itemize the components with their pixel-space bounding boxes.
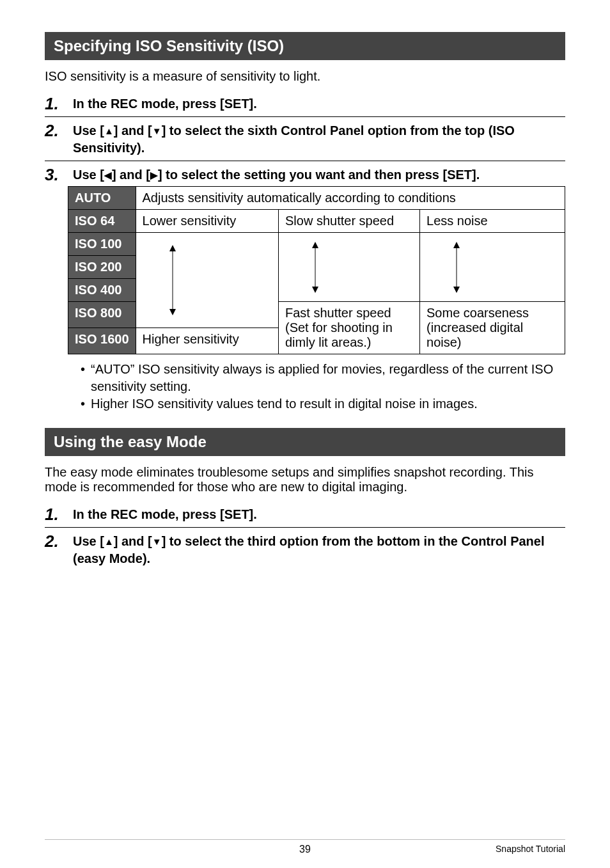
double-arrow-icon (168, 245, 177, 315)
step-mid2: ] to select the setting you want and the… (158, 168, 480, 182)
cell-col2-bot: Fast shutter speed (Set for shooting in … (279, 302, 420, 354)
cell-col1-bot: Higher sensitivity (136, 328, 278, 354)
bullet-item: “AUTO” ISO sensitivity always is applied… (81, 361, 565, 395)
cell-col1-top: Lower sensitivity (136, 210, 278, 233)
step-text: In the REC mode, press [SET]. (73, 506, 257, 523)
step-number: 3. (45, 166, 64, 183)
cell-auto-label: AUTO (68, 187, 136, 210)
cell-iso200: ISO 200 (68, 256, 136, 279)
triangle-down-icon: ▼ (152, 536, 162, 547)
cell-arrow-noise (420, 233, 565, 302)
cell-auto-desc: Adjusts sensitivity automatically accord… (136, 187, 565, 210)
triangle-up-icon: ▲ (104, 536, 114, 547)
double-arrow-icon (311, 242, 320, 293)
cell-iso64: ISO 64 (68, 210, 136, 233)
section-heading-iso: Specifying ISO Sensitivity (ISO) (45, 32, 565, 60)
step-divider (45, 161, 565, 161)
step-1-1: 1. In the REC mode, press [SET]. (45, 95, 565, 113)
step-pre: Use [ (73, 168, 104, 182)
step-pre: Use [ (73, 534, 104, 548)
section1-bullets: “AUTO” ISO sensitivity always is applied… (81, 361, 565, 413)
cell-iso1600: ISO 1600 (68, 328, 136, 354)
cell-arrow-sensitivity (136, 233, 278, 328)
svg-marker-5 (312, 287, 318, 293)
svg-marker-1 (169, 245, 176, 251)
triangle-down-icon: ▼ (152, 125, 162, 136)
bullet-item: Higher ISO sensitivity values tend to re… (81, 395, 565, 413)
svg-marker-2 (169, 309, 176, 315)
step-mid1: ] and [ (112, 168, 150, 182)
step-2-1: 1. In the REC mode, press [SET]. (45, 506, 565, 523)
triangle-right-icon: ▶ (150, 170, 158, 180)
step-text: Use [▲] and [▼] to select the third opti… (73, 533, 565, 567)
triangle-left-icon: ◀ (104, 170, 112, 180)
step-1-3: 3. Use [◀] and [▶] to select the setting… (45, 166, 565, 184)
svg-marker-4 (312, 242, 318, 248)
section2-intro: The easy mode eliminates troublesome set… (45, 465, 565, 494)
step-number: 2. (45, 122, 64, 139)
step-number: 2. (45, 533, 64, 549)
svg-marker-8 (453, 287, 460, 293)
cell-col2-top: Slow shutter speed (279, 210, 420, 233)
cell-col3-bot: Some coarseness (increased digital noise… (420, 302, 565, 354)
step-pre: Use [ (73, 123, 104, 138)
iso-table: AUTO Adjusts sensitivity automatically a… (68, 186, 565, 354)
cell-iso100: ISO 100 (68, 233, 136, 256)
step-text: Use [▲] and [▼] to select the sixth Cont… (73, 122, 565, 157)
step-divider (45, 116, 565, 117)
section-heading-easy: Using the easy Mode (45, 428, 565, 456)
step-number: 1. (45, 95, 64, 112)
double-arrow-icon (452, 242, 461, 293)
cell-col3-top: Less noise (420, 210, 565, 233)
step-1-2: 2. Use [▲] and [▼] to select the sixth C… (45, 122, 565, 157)
step-text: In the REC mode, press [SET]. (73, 95, 257, 113)
svg-marker-7 (453, 242, 460, 248)
step-2-2: 2. Use [▲] and [▼] to select the third o… (45, 533, 565, 567)
cell-arrow-shutter (279, 233, 420, 302)
page-number: 39 (299, 844, 311, 855)
step-divider (45, 527, 565, 528)
step-mid1: ] and [ (114, 123, 152, 138)
step-number: 1. (45, 506, 64, 523)
footer-label: Snapshot Tutorial (496, 844, 565, 854)
section1-intro: ISO sensitivity is a measure of sensitiv… (45, 69, 565, 84)
step-text: Use [◀] and [▶] to select the setting yo… (73, 166, 480, 184)
triangle-up-icon: ▲ (104, 125, 114, 136)
step-mid1: ] and [ (114, 534, 152, 548)
cell-iso400: ISO 400 (68, 279, 136, 302)
page-footer: 39 Snapshot Tutorial (45, 839, 565, 855)
cell-iso800: ISO 800 (68, 302, 136, 328)
